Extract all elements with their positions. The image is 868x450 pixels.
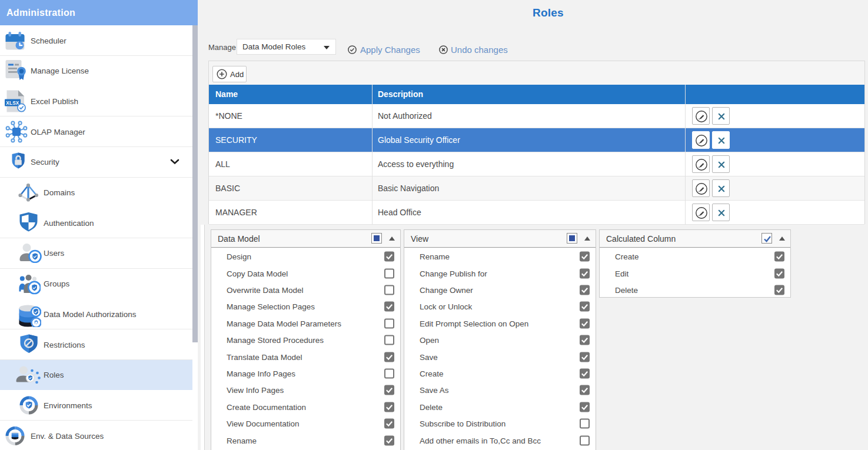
svg-text:XLSX: XLSX	[6, 100, 19, 105]
